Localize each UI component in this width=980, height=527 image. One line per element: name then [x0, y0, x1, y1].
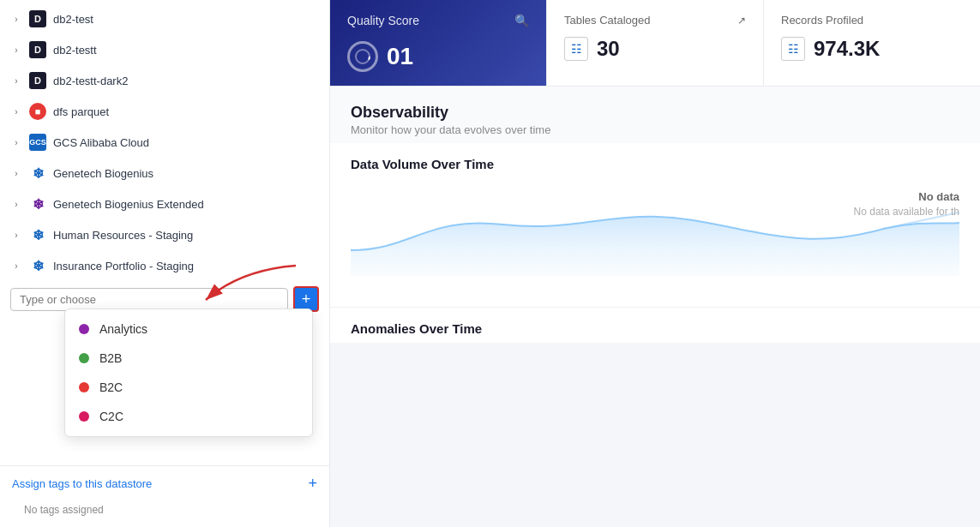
observability-subtitle: Monitor how your data evolves over time [351, 123, 959, 136]
sidebar-item-gcs-alibaba[interactable]: › GCS GCS Alibaba Cloud [0, 127, 329, 158]
dropdown-item-c2c[interactable]: C2C [65, 402, 312, 431]
chevron-icon: › [10, 105, 22, 117]
sidebar-item-label: Genetech Biogenius Extended [53, 198, 319, 211]
quality-score-value: 01 [387, 43, 413, 70]
dropdown-item-b2b[interactable]: B2B [65, 344, 312, 373]
quality-card-header: Quality Score 🔍 [347, 14, 529, 27]
chevron-icon: › [10, 229, 22, 241]
records-profiled-card: Records Profiled ☷ 974.3K [764, 0, 980, 86]
no-data-sublabel: No data available for th [854, 206, 959, 218]
chevron-icon: › [10, 167, 22, 179]
sidebar-item-insurance[interactable]: › ❄ Insurance Portfolio - Staging [0, 250, 329, 281]
analytics-dot [79, 324, 89, 334]
anomalies-title: Anomalies Over Time [351, 321, 959, 336]
sidebar-list: › D db2-test › D db2-testt › D db2-testt… [0, 0, 329, 462]
chevron-icon: › [10, 136, 22, 148]
dropdown-item-label: C2C [99, 410, 123, 423]
assign-tags-label: Assign tags to this datastore [12, 477, 152, 490]
no-tags-text: No tags assigned [12, 504, 116, 523]
b2c-dot [79, 382, 89, 392]
sidebar-item-db2-testt-dark2[interactable]: › D db2-testt-dark2 [0, 65, 329, 96]
sidebar-item-label: Genetech Biogenius [53, 167, 319, 180]
no-tags-row: No tags assigned [0, 501, 329, 524]
data-volume-chart-title: Data Volume Over Time [351, 157, 959, 171]
plus-icon: + [302, 290, 311, 308]
sidebar-item-db2-test[interactable]: › D db2-test [0, 3, 329, 34]
insurance-icon: ❄ [29, 257, 46, 274]
sidebar-item-genetech[interactable]: › ❄ Genetech Biogenius [0, 158, 329, 189]
sidebar-item-label: db2-testt [53, 44, 319, 57]
data-volume-chart: No data No data available for th [351, 182, 959, 293]
genetech-ext-icon: ❄ [29, 195, 46, 213]
assign-tags-footer: Assign tags to this datastore + No tags … [0, 462, 329, 527]
chevron-icon: › [10, 13, 22, 25]
records-profiled-title: Records Profiled [781, 14, 863, 27]
dropdown-item-label: B2B [99, 351, 122, 365]
anomalies-section: Anomalies Over Time [330, 307, 980, 343]
sidebar: › D db2-test › D db2-testt › D db2-testt… [0, 0, 330, 527]
quality-circle [347, 41, 378, 72]
sidebar-item-label: GCS Alibaba Cloud [53, 136, 319, 149]
genetech-icon: ❄ [29, 165, 46, 182]
assign-tags-plus-icon[interactable]: + [308, 475, 317, 493]
data-volume-chart-section: Data Volume Over Time No data No data av… [330, 143, 980, 307]
tables-header: Tables Cataloged ↗ [564, 14, 746, 27]
dropdown-item-b2c[interactable]: B2C [65, 373, 312, 402]
quality-card-body: 01 [347, 41, 529, 72]
assign-tags-bar[interactable]: Assign tags to this datastore + [0, 465, 329, 501]
records-body: ☷ 974.3K [781, 37, 963, 61]
sidebar-item-label: dfs parquet [53, 105, 319, 118]
sidebar-item-label: Human Resources - Staging [53, 229, 319, 242]
sidebar-item-label: db2-test [53, 13, 319, 26]
dropdown-item-analytics[interactable]: Analytics [65, 314, 312, 344]
db2-test-icon: D [29, 10, 46, 27]
sidebar-item-human-resources[interactable]: › ❄ Human Resources - Staging [0, 219, 329, 250]
b2b-dot [79, 353, 89, 363]
observability-section: Observability Monitor how your data evol… [330, 87, 980, 143]
tag-type-or-choose-input[interactable] [10, 288, 288, 311]
sidebar-item-dfs-parquet[interactable]: › ■ dfs parquet [0, 96, 329, 127]
dfs-parquet-icon: ■ [29, 103, 46, 120]
main-content: Quality Score 🔍 01 Tables Cataloged ↗ [330, 0, 980, 527]
table-icon: ☷ [564, 37, 588, 61]
chevron-icon: › [10, 44, 22, 56]
dropdown-item-label: Analytics [99, 322, 147, 336]
external-link-icon[interactable]: ↗ [737, 15, 746, 27]
db2-dark2-icon: D [29, 72, 46, 89]
stats-row: Quality Score 🔍 01 Tables Cataloged ↗ [330, 0, 980, 87]
tag-dropdown: Analytics B2B B2C C2C [64, 308, 313, 437]
data-volume-wave-chart [351, 182, 959, 276]
quality-search-icon[interactable]: 🔍 [514, 14, 529, 27]
dropdown-item-label: B2C [99, 380, 123, 394]
records-icon: ☷ [781, 37, 805, 61]
db2-testt-icon: D [29, 41, 46, 58]
tables-body: ☷ 30 [564, 37, 746, 61]
gcs-alibaba-icon: GCS [29, 134, 46, 151]
chevron-icon: › [10, 260, 22, 272]
chevron-icon: › [10, 198, 22, 210]
records-profiled-value: 974.3K [814, 37, 880, 61]
c2c-dot [79, 411, 89, 422]
tables-cataloged-title: Tables Cataloged [564, 14, 650, 27]
sidebar-item-db2-testt[interactable]: › D db2-testt [0, 34, 329, 65]
observability-title: Observability [351, 104, 959, 122]
sidebar-item-genetech-ext[interactable]: › ❄ Genetech Biogenius Extended [0, 189, 329, 219]
svg-point-1 [356, 50, 370, 63]
sidebar-item-label: db2-testt-dark2 [53, 75, 319, 87]
sidebar-item-label: Insurance Portfolio - Staging [53, 260, 319, 272]
tables-cataloged-card: Tables Cataloged ↗ ☷ 30 [547, 0, 764, 86]
quality-score-title: Quality Score [347, 14, 419, 27]
human-resources-icon: ❄ [29, 226, 46, 243]
tables-cataloged-value: 30 [597, 37, 620, 61]
quality-score-card: Quality Score 🔍 01 [330, 0, 547, 86]
no-data-label: No data [918, 190, 959, 203]
chevron-icon: › [10, 75, 22, 87]
records-header: Records Profiled [781, 14, 963, 27]
